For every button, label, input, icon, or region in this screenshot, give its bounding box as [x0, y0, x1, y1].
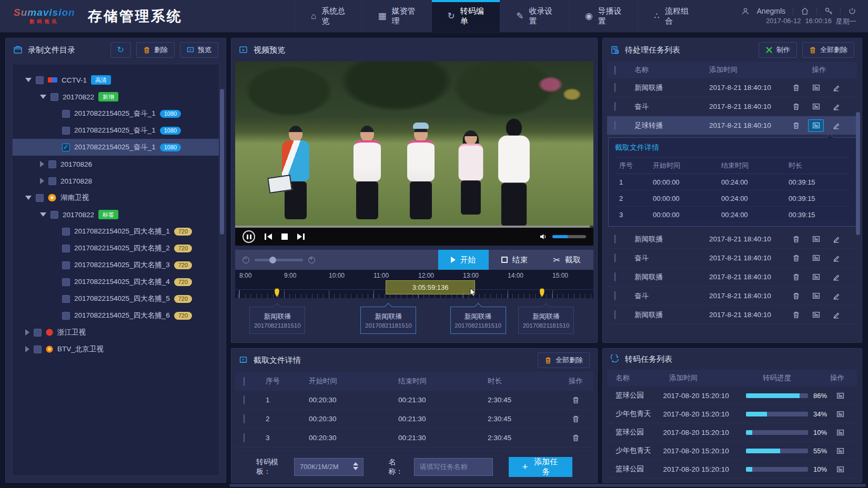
row-checkbox[interactable]	[614, 272, 615, 281]
pending-task-row[interactable]: 新闻联播 2017-8-21 18:40:10	[607, 230, 857, 249]
pending-task-row[interactable]: 奋斗 2017-8-21 18:40:10	[607, 97, 857, 116]
edit-row-button[interactable]	[828, 309, 844, 321]
detail-row-button[interactable]	[808, 290, 824, 302]
home-icon[interactable]	[801, 7, 809, 15]
delete-row-button[interactable]	[788, 82, 804, 94]
detail-row-button[interactable]	[808, 82, 824, 94]
add-task-button[interactable]: 添加任务	[509, 457, 572, 477]
tree-expander-icon[interactable]	[25, 196, 32, 200]
start-button[interactable]: 开始	[438, 250, 489, 270]
capture-row[interactable]: 1 00:20:30 00:21:30 2:30:45	[235, 391, 593, 410]
tree-checkbox[interactable]	[51, 211, 58, 219]
tree-checkbox[interactable]	[36, 76, 44, 84]
horizontal-scrollbar[interactable]	[229, 484, 866, 487]
pending-task-row[interactable]: 足球转播 2017-8-21 18:40:10	[607, 116, 857, 135]
timeline[interactable]: 8:009:0010:0011:0012:0013:0014:0015:00 3…	[235, 270, 593, 298]
transcode-task-row[interactable]: 篮球公园 2017-08-20 15:20:10 86%	[607, 387, 857, 405]
task-name-input[interactable]	[414, 458, 493, 476]
transcode-task-row[interactable]: 篮球公园 2017-08-20 15:20:10 10%	[607, 460, 857, 479]
detail-row-button[interactable]	[832, 389, 848, 402]
tree-item[interactable]: 20170822 新增	[13, 88, 219, 105]
tree-expander-icon[interactable]	[40, 95, 46, 99]
tree-expander-icon[interactable]	[40, 161, 44, 167]
nav-item[interactable]: 转码编单	[431, 0, 500, 32]
detail-row-button[interactable]	[808, 309, 824, 321]
tree-item[interactable]: 20170822154025_四大名捕_1 720	[13, 223, 219, 240]
key-icon[interactable]	[824, 7, 833, 15]
transcode-task-row[interactable]: 少年包青天 2017-08-20 15:20:10 34%	[607, 405, 857, 423]
tree-checkbox[interactable]	[48, 160, 56, 168]
tree-item[interactable]: CCTV-1 高清	[13, 72, 219, 88]
nav-item[interactable]: 收录设置	[500, 0, 569, 32]
pending-task-row[interactable]: 新闻联播 2017-8-21 18:40:10	[607, 268, 857, 287]
delete-row-button[interactable]	[788, 119, 804, 132]
row-checkbox[interactable]	[244, 395, 245, 404]
row-checkbox[interactable]	[614, 253, 615, 262]
cut-button[interactable]: ✂截取	[541, 250, 593, 270]
power-icon[interactable]	[848, 7, 856, 15]
detail-row-button[interactable]	[808, 233, 824, 246]
program-label-box[interactable]: 新闻联播 20170821181510	[360, 307, 416, 334]
tree-item[interactable]: 20170822154025_四大名捕_2 720	[13, 240, 219, 257]
tree-item[interactable]: 浙江卫视	[13, 324, 219, 341]
previous-button[interactable]	[265, 233, 272, 240]
program-label-box[interactable]: 新闻联播 20170821181510	[450, 307, 506, 334]
tree-item[interactable]: 20170822154025_四大名捕_5 720	[13, 290, 219, 307]
tree-checkbox[interactable]	[34, 345, 42, 353]
delete-button[interactable]: 删除	[136, 42, 175, 58]
tree-checkbox[interactable]	[62, 228, 70, 236]
program-label-box[interactable]: 新闻联播 20170821181510	[518, 307, 574, 334]
row-checkbox[interactable]	[614, 83, 615, 92]
nav-item[interactable]: 媒资管理	[361, 0, 431, 32]
capture-row[interactable]: 2 00:20:30 00:21:30 2:30:45	[235, 410, 593, 429]
detail-row-button[interactable]	[808, 252, 824, 265]
volume-slider[interactable]	[552, 235, 586, 238]
row-checkbox[interactable]	[614, 121, 615, 130]
delete-row-button[interactable]	[788, 100, 804, 113]
tree-checkbox[interactable]	[62, 144, 70, 151]
tree-item[interactable]: 20170822154025_四大名捕_4 720	[13, 273, 219, 290]
tree-expander-icon[interactable]	[25, 329, 29, 336]
tree-expander-icon[interactable]	[25, 346, 29, 352]
program-label-box[interactable]: 新闻联播 20170821181510	[249, 307, 305, 334]
tree-checkbox[interactable]	[62, 261, 70, 269]
row-checkbox[interactable]	[244, 433, 245, 442]
template-select[interactable]: 700K/1M/2M	[294, 458, 364, 476]
tree-checkbox[interactable]	[62, 245, 70, 252]
tree-expander-icon[interactable]	[40, 212, 46, 217]
detail-row-button[interactable]	[832, 426, 848, 439]
zoom-in-icon[interactable]	[308, 257, 315, 263]
row-checkbox[interactable]	[614, 310, 615, 319]
pending-task-row[interactable]: 奋斗 2017-8-21 18:40:10	[607, 249, 857, 268]
zoom-slider-knob[interactable]	[269, 257, 276, 263]
row-checkbox[interactable]	[614, 291, 615, 300]
delete-row-button[interactable]	[568, 394, 584, 406]
pending-task-row[interactable]: 奋斗 2017-8-21 18:40:10	[607, 287, 857, 306]
tree-checkbox[interactable]	[48, 177, 56, 185]
delete-row-button[interactable]	[788, 252, 804, 265]
tree-checkbox[interactable]	[34, 329, 42, 337]
tree-checkbox[interactable]	[62, 127, 70, 135]
delete-all-button[interactable]: 全部删除	[538, 352, 590, 368]
tree-scrollbar[interactable]	[220, 89, 224, 473]
tree-item[interactable]: 20170822 标签	[13, 206, 219, 223]
delete-row-button[interactable]	[788, 233, 804, 246]
detail-row-button[interactable]	[832, 463, 848, 475]
edit-row-button[interactable]	[828, 233, 844, 246]
pending-scrollbar[interactable]	[856, 112, 860, 336]
nav-item[interactable]: 系统总览	[295, 0, 361, 32]
tree-item[interactable]: 20170822154025_四大名捕_3 720	[13, 257, 219, 273]
transcode-task-row[interactable]: 少年包青天 2017-08-20 15:20:10 55%	[607, 442, 857, 460]
make-button[interactable]: 制作	[759, 42, 797, 58]
detail-row-button[interactable]	[808, 271, 824, 283]
delete-row-button[interactable]	[568, 432, 584, 444]
row-checkbox[interactable]	[614, 235, 615, 243]
tree-item[interactable]: 20170822154025_奋斗_1 1080	[13, 105, 219, 122]
video-frame[interactable]	[235, 62, 593, 226]
tree-item[interactable]: 20170822154025_四大名捕_6 720	[13, 307, 219, 324]
tree-expander-icon[interactable]	[25, 78, 32, 82]
zoom-out-icon[interactable]	[243, 257, 249, 263]
tree-item[interactable]: 20170822154025_奋斗_1 1080	[13, 122, 219, 139]
next-button[interactable]	[297, 233, 305, 240]
select-all-checkbox[interactable]	[614, 66, 615, 75]
